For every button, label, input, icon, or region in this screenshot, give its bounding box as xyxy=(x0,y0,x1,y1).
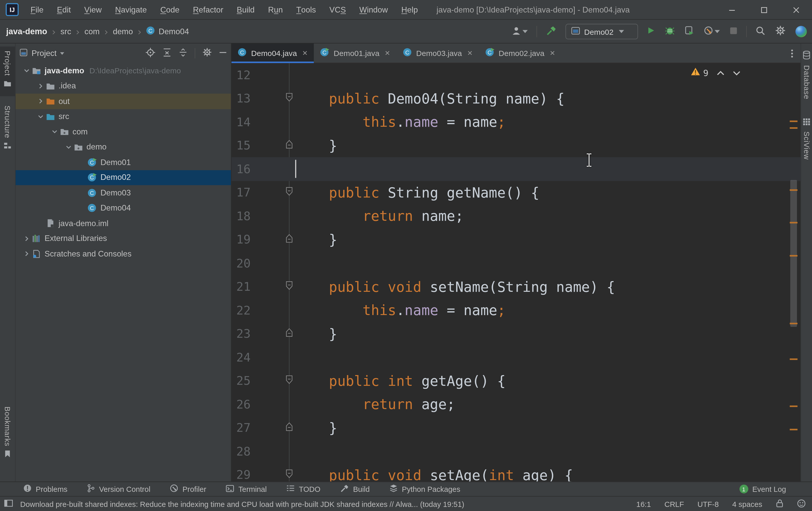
menu-code[interactable]: Code xyxy=(154,0,186,20)
inspections-widget[interactable]: 9 xyxy=(691,67,741,78)
close-tab-icon[interactable]: ✕ xyxy=(384,49,390,57)
fold-start-icon[interactable] xyxy=(286,187,292,198)
fold-start-icon[interactable] xyxy=(286,93,292,104)
prev-warning-button[interactable] xyxy=(717,68,724,78)
menu-tools[interactable]: Tools xyxy=(289,0,322,20)
lock-icon[interactable] xyxy=(776,499,783,509)
profiler-button[interactable] xyxy=(703,24,721,39)
fold-start-icon[interactable] xyxy=(286,375,292,386)
breadcrumb-item-demo[interactable]: demo xyxy=(113,27,133,36)
warning-stripe-mark[interactable] xyxy=(790,429,798,430)
minimize-button[interactable] xyxy=(716,0,748,20)
toolwindow-button-database[interactable]: Database xyxy=(801,47,812,104)
tab-demo03-java[interactable]: CDemo03.java✕ xyxy=(397,43,479,63)
status-message[interactable]: Download pre-built shared indexes: Reduc… xyxy=(20,500,464,508)
warning-stripe-mark[interactable] xyxy=(790,323,798,324)
menu-edit[interactable]: Edit xyxy=(50,0,78,20)
hide-panel-icon[interactable] xyxy=(219,48,227,58)
chevron-right-icon[interactable] xyxy=(36,98,45,104)
menu-window[interactable]: Window xyxy=(353,0,395,20)
breadcrumb-item-com[interactable]: com xyxy=(84,27,99,36)
fold-start-icon[interactable] xyxy=(286,281,292,292)
menu-build[interactable]: Build xyxy=(230,0,262,20)
debug-button[interactable] xyxy=(664,24,676,39)
tab-options-button[interactable] xyxy=(791,43,793,63)
warning-stripe-mark[interactable] xyxy=(790,222,798,223)
run-button[interactable] xyxy=(646,24,656,39)
menu-refactor[interactable]: Refactor xyxy=(186,0,230,20)
chevron-down-icon[interactable] xyxy=(22,68,31,73)
code-editor[interactable]: 9 1213 public Demo04(String name) {14 th… xyxy=(231,63,801,482)
warning-stripe-mark[interactable] xyxy=(790,189,798,191)
toolwindow-button-bookmarks[interactable]: Bookmarks xyxy=(0,402,15,463)
line-separator[interactable]: CRLF xyxy=(665,500,684,508)
menu-navigate[interactable]: Navigate xyxy=(108,0,154,20)
tree-item-demo01[interactable]: CDemo01 xyxy=(16,155,231,170)
next-warning-button[interactable] xyxy=(733,68,741,78)
chevron-down-icon[interactable] xyxy=(50,129,59,134)
project-panel-title[interactable]: Project xyxy=(32,49,57,58)
chevron-down-icon[interactable] xyxy=(64,144,73,150)
settings-button[interactable] xyxy=(774,24,787,39)
collapse-all-icon[interactable] xyxy=(163,48,171,59)
warning-stripe-mark[interactable] xyxy=(790,127,798,129)
tree-item--idea[interactable]: .idea xyxy=(16,79,231,94)
profile-avatar[interactable] xyxy=(794,24,808,39)
tree-item-demo[interactable]: demo xyxy=(16,140,231,155)
chevron-right-icon[interactable] xyxy=(36,83,45,89)
toolwindow-button-project[interactable]: Project xyxy=(0,47,15,96)
settings-gear-icon[interactable] xyxy=(202,48,212,59)
tree-item-demo04[interactable]: CDemo04 xyxy=(16,200,231,216)
tree-item-src[interactable]: src xyxy=(16,109,231,124)
indent-style[interactable]: 4 spaces xyxy=(732,500,762,508)
close-tab-icon[interactable]: ✕ xyxy=(467,49,473,57)
warning-stripe-mark[interactable] xyxy=(790,121,798,122)
event-log-button[interactable]: 1 Event Log xyxy=(740,485,786,493)
menu-help[interactable]: Help xyxy=(395,0,425,20)
file-encoding[interactable]: UTF-8 xyxy=(697,500,719,508)
close-button[interactable] xyxy=(780,0,812,20)
chevron-down-icon[interactable] xyxy=(36,114,45,119)
toolwindow-button-python-packages[interactable]: Python Packages xyxy=(389,484,460,494)
tab-demo01-java[interactable]: CDemo01.java✕ xyxy=(314,43,397,63)
close-tab-icon[interactable]: ✕ xyxy=(302,49,308,57)
tree-item-demo03[interactable]: CDemo03 xyxy=(16,185,231,201)
fold-end-icon[interactable] xyxy=(286,140,292,151)
fold-start-icon[interactable] xyxy=(286,470,292,481)
menu-file[interactable]: File xyxy=(24,0,50,20)
toolwindow-button-structure[interactable]: Structure xyxy=(0,101,15,155)
menu-view[interactable]: View xyxy=(78,0,108,20)
tab-demo04-java[interactable]: CDemo04.java✕ xyxy=(231,43,314,63)
expand-all-icon[interactable] xyxy=(179,48,187,59)
toolwindow-button-sciview[interactable]: SciView xyxy=(801,114,812,168)
toolwindow-toggle-icon[interactable] xyxy=(4,500,13,508)
menu-run[interactable]: Run xyxy=(261,0,289,20)
fold-end-icon[interactable] xyxy=(286,422,292,433)
warning-stripe-mark[interactable] xyxy=(790,358,798,360)
scrollbar-thumb[interactable] xyxy=(790,180,797,327)
breadcrumb-item-java-demo[interactable]: java-demo xyxy=(6,27,47,36)
close-tab-icon[interactable]: ✕ xyxy=(550,49,555,57)
stop-button[interactable] xyxy=(729,24,738,39)
chevron-right-icon[interactable] xyxy=(22,251,31,257)
tab-demo02-java[interactable]: CDemo02.java✕ xyxy=(479,43,561,63)
user-account-button[interactable] xyxy=(511,24,529,39)
tree-item-java-demo[interactable]: java-demoD:\IdeaProjects\java-demo xyxy=(16,63,231,79)
tree-item-out[interactable]: out xyxy=(16,93,231,109)
warning-stripe-mark[interactable] xyxy=(790,405,798,407)
toolwindow-button-terminal[interactable]: Terminal xyxy=(226,484,267,493)
toolwindow-button-profiler[interactable]: Profiler xyxy=(170,484,206,494)
tree-item-external-libraries[interactable]: External Libraries xyxy=(16,231,231,246)
build-project-button[interactable] xyxy=(545,24,558,39)
warning-stripe-mark[interactable] xyxy=(790,255,798,257)
tree-item-demo02[interactable]: CDemo02 xyxy=(16,170,231,185)
toolwindow-button-todo[interactable]: TODO xyxy=(286,485,320,493)
locate-icon[interactable] xyxy=(145,47,155,59)
breadcrumb-item-demo04[interactable]: CDemo04 xyxy=(146,26,189,37)
tree-item-com[interactable]: com xyxy=(16,124,231,140)
inspection-profile-icon[interactable] xyxy=(797,499,806,509)
fold-end-icon[interactable] xyxy=(286,328,292,339)
search-everywhere-button[interactable] xyxy=(754,24,766,39)
tree-item-scratches-and-consoles[interactable]: Scratches and Consoles xyxy=(16,246,231,262)
run-configuration-select[interactable]: Demo02 xyxy=(566,24,638,39)
